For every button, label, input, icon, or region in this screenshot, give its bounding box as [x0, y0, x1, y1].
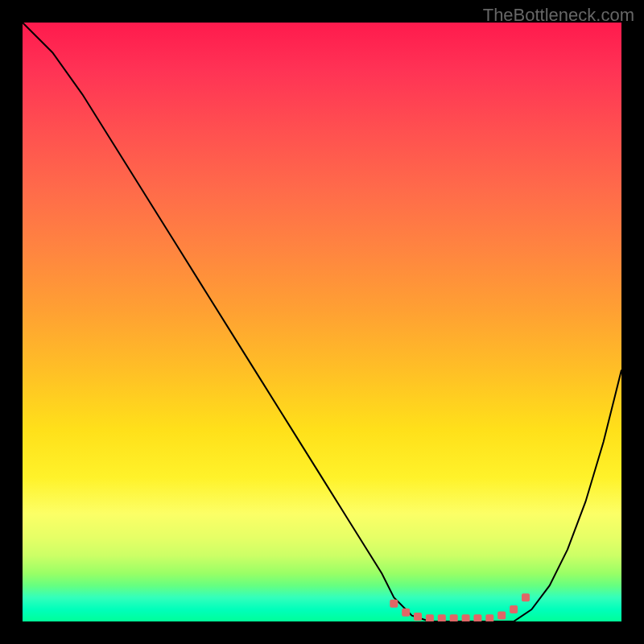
marker-point	[414, 613, 422, 621]
watermark-text: TheBottleneck.com	[483, 5, 634, 26]
marker-point	[450, 614, 458, 621]
marker-point	[426, 614, 434, 621]
marker-point	[402, 609, 410, 617]
marker-point	[462, 614, 470, 621]
marker-point	[510, 605, 518, 613]
marker-point	[497, 612, 506, 620]
chart-svg	[23, 23, 621, 621]
marker-point	[390, 600, 398, 608]
marker-point	[473, 614, 481, 621]
marker-point	[485, 614, 493, 621]
marker-point	[438, 614, 446, 621]
optimal-zone-markers	[390, 593, 530, 621]
marker-point	[522, 593, 530, 601]
chart-plot-area	[23, 23, 621, 621]
bottleneck-curve-line	[23, 23, 621, 621]
